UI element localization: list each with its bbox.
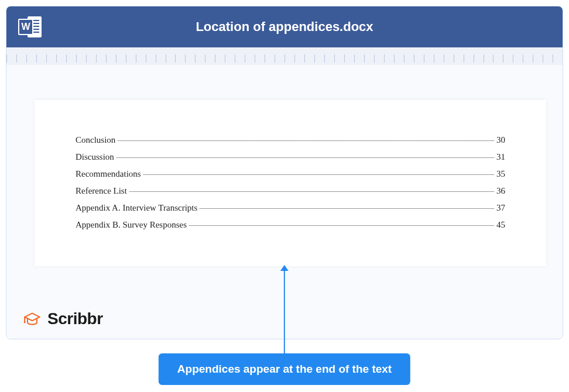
toc-leader-dots xyxy=(116,157,494,158)
graduation-cap-icon xyxy=(23,310,42,328)
toc-entry-label: Appendix B. Survey Responses xyxy=(76,220,187,230)
toc-entry-page: 30 xyxy=(496,135,505,145)
document-page: Conclusion 30Discussion 31Recommendation… xyxy=(35,100,546,266)
toc-leader-dots xyxy=(189,225,494,226)
toc-leader-dots xyxy=(118,140,494,141)
annotation-callout: Appendices appear at the end of the text xyxy=(159,266,410,385)
callout-text: Appendices appear at the end of the text xyxy=(159,353,410,385)
toc-entry: Conclusion 30 xyxy=(76,135,505,145)
toc-leader-dots xyxy=(129,191,494,192)
document-title: Location of appendices.docx xyxy=(196,19,373,35)
toc-entry-page: 36 xyxy=(496,186,505,196)
toc-entry-page: 35 xyxy=(496,169,505,179)
svg-point-0 xyxy=(24,322,26,324)
toc-entry: Appendix B. Survey Responses 45 xyxy=(76,220,505,230)
toc-entry-label: Recommendations xyxy=(76,169,141,179)
toc-entry: Discussion 31 xyxy=(76,152,505,162)
toc-entry-page: 31 xyxy=(496,152,505,162)
toc-entry: Recommendations 35 xyxy=(76,169,505,179)
toc-entry-label: Conclusion xyxy=(76,135,115,145)
toc-entry-page: 45 xyxy=(496,220,505,230)
toc-entry-label: Reference List xyxy=(76,186,127,196)
scribbr-logo: Scribbr xyxy=(23,310,103,328)
toc-leader-dots xyxy=(143,174,494,175)
ruler xyxy=(6,47,563,65)
toc-leader-dots xyxy=(200,208,494,209)
logo-text: Scribbr xyxy=(47,310,103,328)
toc-entry: Appendix A. Interview Transcripts 37 xyxy=(76,203,505,213)
toc-entry-label: Appendix A. Interview Transcripts xyxy=(76,203,197,213)
toc-entry-label: Discussion xyxy=(76,152,114,162)
ms-word-icon: W xyxy=(18,15,42,39)
toc-entry-page: 37 xyxy=(496,203,505,213)
toc-entry: Reference List 36 xyxy=(76,186,505,196)
titlebar: W Location of appendices.docx xyxy=(6,6,563,47)
arrow-up-icon xyxy=(284,266,285,353)
